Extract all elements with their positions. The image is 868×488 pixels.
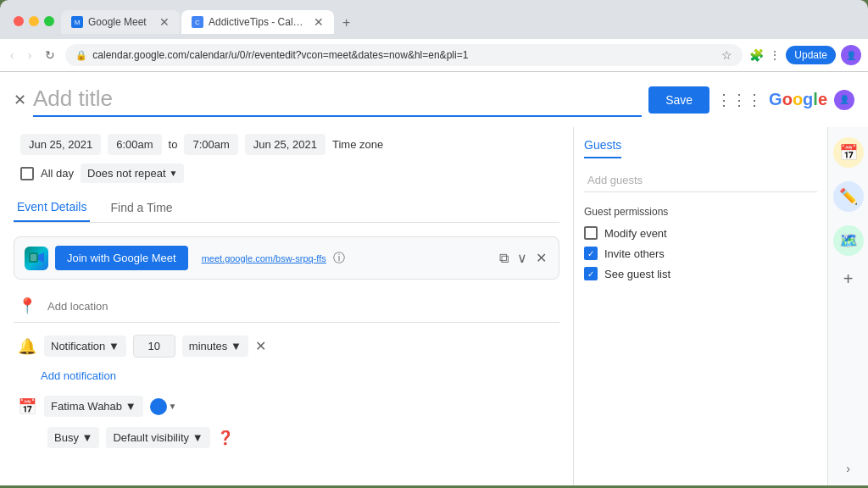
meet-info-icon[interactable]: ⓘ [333, 251, 345, 264]
save-button[interactable]: Save [648, 86, 709, 114]
clear-notification-button[interactable]: ✕ [255, 338, 266, 354]
lock-icon: 🔒 [75, 50, 87, 61]
copy-meet-button[interactable]: ⧉ [498, 248, 510, 268]
allday-row: All day Does not repeat ▼ [14, 164, 559, 183]
tab-meet-label: Google Meet [88, 16, 151, 28]
tabs-bar: M Google Meet ✕ C AddictiveTips - Calend… [61, 10, 357, 34]
tab-meet-close[interactable]: ✕ [159, 15, 170, 29]
tab-calendar-close[interactable]: ✕ [314, 15, 324, 29]
maximize-window-button[interactable] [44, 16, 54, 26]
close-event-button[interactable]: ✕ [14, 91, 26, 109]
location-input[interactable] [47, 300, 556, 313]
start-time-button[interactable]: 6:00am [108, 134, 161, 155]
guests-tab-label[interactable]: Guests [584, 138, 621, 158]
extensions-icon[interactable]: 🧩 [749, 48, 764, 62]
tab-meet[interactable]: M Google Meet ✕ [61, 10, 180, 34]
address-bar[interactable]: 🔒 calendar.google.com/calendar/u/0/r/eve… [65, 44, 743, 66]
reload-button[interactable]: ↻ [42, 47, 58, 64]
datetime-row: Jun 25, 2021 6:00am to 7:00am Jun 25, 20… [14, 134, 559, 155]
notification-unit-label: minutes [189, 340, 228, 352]
meet-tab-icon: M [71, 16, 83, 28]
modify-event-label: Modify event [604, 227, 667, 240]
new-tab-button[interactable]: + [336, 12, 357, 34]
update-button[interactable]: Update [786, 46, 836, 64]
invite-others-label: Invite others [604, 247, 665, 260]
meet-actions: ⧉ ∨ ✕ [498, 248, 548, 268]
bookmark-icon[interactable]: ☆ [721, 48, 732, 62]
browser-actions: 🧩 ⋮ Update 👤 [749, 45, 861, 65]
maps-icon[interactable]: 🗺️ [833, 225, 864, 256]
page: ✕ Save ⋮⋮⋮ Google 👤 Jun 25, 2021 6:00am … [0, 72, 868, 485]
calendar-select[interactable]: Fatima Wahab ▼ [44, 396, 143, 417]
meet-logo-icon [25, 247, 48, 270]
calendar-name: Fatima Wahab [51, 400, 122, 413]
invite-others-checkbox[interactable] [584, 247, 598, 260]
notification-type-select[interactable]: Notification ▼ [44, 336, 126, 357]
expand-meet-button[interactable]: ∨ [515, 248, 529, 268]
expand-sidebar-icon[interactable]: › [846, 462, 850, 475]
page-content: Jun 25, 2021 6:00am to 7:00am Jun 25, 20… [0, 127, 868, 485]
back-button[interactable]: ‹ [7, 47, 18, 64]
close-window-button[interactable] [14, 16, 24, 26]
notification-value-input[interactable] [133, 335, 175, 358]
tab-find-a-time[interactable]: Find a Time [107, 193, 175, 222]
profile-icon[interactable]: ⋮ [769, 48, 781, 62]
meet-link[interactable]: meet.google.com/bsw-srpq-ffs [202, 253, 326, 263]
forward-button[interactable]: › [25, 47, 36, 64]
help-button[interactable]: ❓ [217, 430, 234, 446]
close-meet-button[interactable]: ✕ [534, 248, 548, 268]
avatar[interactable]: 👤 [841, 45, 861, 65]
add-plugin-icon[interactable]: + [843, 269, 854, 289]
busy-label: Busy [54, 431, 79, 444]
tab-calendar[interactable]: C AddictiveTips - Calendar - Eve... ✕ [181, 10, 334, 34]
visibility-chevron: ▼ [192, 431, 203, 444]
calendar-chevron: ▼ [125, 400, 136, 413]
timezone-button[interactable]: Time zone [332, 138, 383, 151]
end-date-button[interactable]: Jun 25, 2021 [245, 134, 326, 155]
notification-type-label: Notification [51, 340, 105, 352]
end-time-button[interactable]: 7:00am [184, 134, 237, 155]
tasks-icon[interactable]: 📅 [833, 137, 864, 168]
permission-invite-row: Invite others [584, 247, 817, 260]
notification-row: 🔔 Notification ▼ minutes ▼ ✕ [14, 330, 559, 363]
busy-status-button[interactable]: Busy ▼ [47, 427, 99, 448]
page-header: ✕ Save ⋮⋮⋮ Google 👤 [0, 72, 868, 127]
permissions-title: Guest permissions [584, 206, 817, 218]
calendar-color-circle[interactable] [150, 398, 167, 415]
event-tabs: Event Details Find a Time [14, 193, 559, 223]
repeat-chevron-icon: ▼ [170, 169, 178, 178]
meet-section: Join with Google Meet meet.google.com/bs… [14, 236, 559, 280]
google-apps-icon[interactable]: ⋮⋮⋮ [716, 91, 762, 109]
keep-icon[interactable]: ✏️ [833, 181, 864, 212]
user-avatar[interactable]: 👤 [834, 90, 854, 110]
location-row: 📍 [14, 290, 559, 323]
address-bar-row: ‹ › ↻ 🔒 calendar.google.com/calendar/u/0… [0, 39, 868, 72]
far-right-sidebar: 📅 ✏️ 🗺️ + › [827, 127, 868, 485]
join-meet-button[interactable]: Join with Google Meet [55, 246, 188, 270]
notification-unit-select[interactable]: minutes ▼ [182, 336, 248, 357]
notification-unit-chevron: ▼ [231, 340, 242, 352]
address-icons: ☆ [721, 48, 732, 62]
calendar-tab-icon: C [192, 16, 203, 28]
svg-marker-1 [38, 252, 44, 263]
calendar-owner-icon: 📅 [17, 397, 37, 416]
visibility-button[interactable]: Default visibility ▼ [106, 427, 209, 448]
allday-checkbox[interactable] [20, 167, 34, 180]
start-date-button[interactable]: Jun 25, 2021 [20, 134, 101, 155]
title-input[interactable] [33, 82, 642, 117]
repeat-button[interactable]: Does not repeat ▼ [81, 164, 184, 183]
status-row: Busy ▼ Default visibility ▼ ❓ [44, 424, 559, 452]
google-logo: Google [769, 90, 827, 109]
minimize-window-button[interactable] [29, 16, 39, 26]
modify-event-checkbox[interactable] [584, 226, 598, 240]
location-icon: 📍 [17, 297, 37, 315]
add-notification-button[interactable]: Add notification [14, 366, 123, 385]
see-guest-list-label: See guest list [604, 268, 670, 280]
see-guest-list-checkbox[interactable] [584, 267, 598, 280]
calendar-color-dropdown[interactable]: ▼ [169, 402, 177, 411]
allday-label: All day [41, 167, 74, 180]
permission-see-list-row: See guest list [584, 267, 817, 280]
tab-event-details[interactable]: Event Details [14, 193, 90, 222]
add-guests-input[interactable] [584, 169, 817, 192]
to-label: to [169, 138, 178, 151]
